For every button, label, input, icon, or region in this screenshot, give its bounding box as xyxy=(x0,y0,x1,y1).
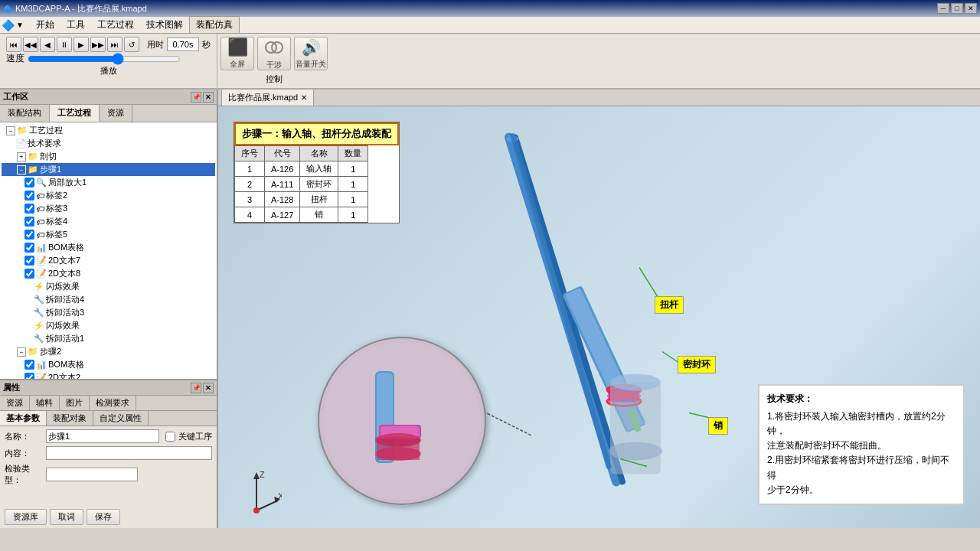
toolbar-area: ⏮ ◀◀ ◀ ⏸ ▶ ▶▶ ⏭ ↺ 用时 秒 速度 播放 ⬛ 全屏 xyxy=(0,34,980,90)
props-pin-icon[interactable]: 📌 xyxy=(191,383,201,393)
properties-panel: 属性 📌 ✕ 资源 辅料 图片 检测要求 基本参数 装配对象 自定义属性 名称： xyxy=(0,379,217,528)
menu-tools[interactable]: 工具 xyxy=(60,17,91,33)
tree-item-label2[interactable]: 🏷 标签2 xyxy=(2,189,215,202)
tree-checkbox-bom[interactable] xyxy=(24,243,34,253)
time-input[interactable] xyxy=(167,37,199,51)
tree-label: 拆卸活动3 xyxy=(46,307,84,318)
props-close-icon[interactable]: ✕ xyxy=(203,383,214,393)
workarea-close-icon[interactable]: ✕ xyxy=(203,92,214,103)
tree-item-text2[interactable]: 📝 2D文本2 xyxy=(2,371,215,379)
menu-assembly[interactable]: 装配仿真 xyxy=(189,16,240,34)
tree-item-flash1[interactable]: ⚡ 闪烁效果 xyxy=(2,280,215,293)
tree-checkbox-label4[interactable] xyxy=(24,217,34,227)
tree-item-disassemble1[interactable]: 🔧 拆卸活动1 xyxy=(2,332,215,345)
tree-checkbox-label3[interactable] xyxy=(24,204,34,214)
tab-image[interactable]: 图片 xyxy=(60,396,90,410)
tree-item-disassemble4[interactable]: 🔧 拆卸活动4 xyxy=(2,293,215,306)
tree-label: 拆卸活动4 xyxy=(46,294,84,305)
maximize-button[interactable]: □ xyxy=(951,3,963,14)
close-button[interactable]: ✕ xyxy=(965,3,977,14)
menu-techview[interactable]: 技术图解 xyxy=(140,17,189,33)
tree-item-text7[interactable]: 📝 2D文本7 xyxy=(2,254,215,267)
play-loop-btn[interactable]: ↺ xyxy=(124,37,139,52)
tree-item-cut[interactable]: + 📁 剖切 xyxy=(2,150,215,163)
tree-label: 标签3 xyxy=(46,203,67,214)
tree-item-bom[interactable]: 📊 BOM表格 xyxy=(2,241,215,254)
volume-button[interactable]: 🔊 音量开关 xyxy=(294,37,328,70)
tree-checkbox-text8[interactable] xyxy=(24,269,34,279)
tab-resources[interactable]: 资源 xyxy=(100,105,132,122)
svg-point-34 xyxy=(253,507,260,514)
tree-item-text8[interactable]: 📝 2D文本8 xyxy=(2,267,215,280)
play-prev-btn[interactable]: ◀ xyxy=(40,37,55,52)
time-unit: 秒 xyxy=(202,39,211,51)
tree-item-flash2[interactable]: ⚡ 闪烁效果 xyxy=(2,319,215,332)
interference-button[interactable]: 干涉 xyxy=(257,37,291,70)
tree-expand-root[interactable]: − xyxy=(6,126,15,135)
folder-icon: 📁 xyxy=(28,165,38,174)
tab-inspection[interactable]: 检测要求 xyxy=(90,396,136,410)
play-prev-prev-btn[interactable]: ◀◀ xyxy=(23,37,38,52)
tab-close-icon[interactable]: ✕ xyxy=(301,93,307,102)
tab-assembly-structure[interactable]: 装配结构 xyxy=(0,105,50,122)
minimize-button[interactable]: ─ xyxy=(937,3,949,14)
workarea-pin-icon[interactable]: 📌 xyxy=(191,92,201,103)
play-play-btn[interactable]: ▶ xyxy=(74,37,89,52)
tree-label: BOM表格 xyxy=(48,359,84,370)
tree-item-magnify[interactable]: 🔍 局部放大1 xyxy=(2,176,215,189)
svg-marker-31 xyxy=(253,472,260,479)
extract-word-button[interactable]: 取词 xyxy=(50,509,83,525)
resource-lib-button[interactable]: 资源库 xyxy=(5,509,47,525)
speed-slider[interactable] xyxy=(28,54,181,64)
speed-row: 速度 xyxy=(6,52,211,65)
tree-expand-step2[interactable]: − xyxy=(17,347,26,357)
tree-item-disassemble3[interactable]: 🔧 拆卸活动3 xyxy=(2,306,215,319)
play-end-btn[interactable]: ⏭ xyxy=(107,37,122,52)
key-process-checkbox[interactable] xyxy=(165,432,175,442)
menu-start[interactable]: 开始 xyxy=(30,17,60,33)
tree-label: 步骤2 xyxy=(40,346,61,357)
tree-item-label3[interactable]: 🏷 标签3 xyxy=(2,202,215,215)
tree-item-label5[interactable]: 🏷 标签5 xyxy=(2,228,215,241)
tree-checkbox-magnify[interactable] xyxy=(24,178,34,187)
tree-item-techrequire[interactable]: 📄 技术要求 xyxy=(2,137,215,150)
tag-icon: 🏷 xyxy=(36,230,44,240)
content-input[interactable] xyxy=(46,446,212,460)
tab-auxiliary[interactable]: 辅料 xyxy=(30,396,60,410)
tree-label: 标签4 xyxy=(46,216,67,227)
interference-label: 干涉 xyxy=(266,60,282,70)
name-input[interactable] xyxy=(46,429,159,443)
tree-item-root[interactable]: − 📁 工艺过程 xyxy=(2,124,215,137)
tree-checkbox-text2[interactable] xyxy=(24,373,34,379)
tree-item-step2[interactable]: − 📁 步骤2 xyxy=(2,345,215,358)
tree-item-bom2[interactable]: 📊 BOM表格 xyxy=(2,358,215,371)
key-process-label: 关键工序 xyxy=(178,431,212,442)
content-tab-file[interactable]: 比赛作品展.kmapd ✕ xyxy=(221,90,314,106)
tree-checkbox-bom2[interactable] xyxy=(24,360,34,370)
menu-process[interactable]: 工艺过程 xyxy=(91,17,140,33)
tab-resource[interactable]: 资源 xyxy=(0,396,30,410)
tech-req-line1: 1.将密封环装入输入轴密封槽内，放置约2分钟， xyxy=(767,409,956,439)
play-label: 播放 xyxy=(6,65,211,77)
tree-checkbox-text7[interactable] xyxy=(24,256,34,266)
tree-checkbox-label5[interactable] xyxy=(24,230,34,240)
tree-expand-step1[interactable]: − xyxy=(17,165,26,174)
tree-item-label4[interactable]: 🏷 标签4 xyxy=(2,215,215,228)
tab-custom-props[interactable]: 自定义属性 xyxy=(93,411,149,425)
tree-label: 闪烁效果 xyxy=(46,281,80,292)
play-pause-btn[interactable]: ⏸ xyxy=(57,37,72,52)
play-begin-btn[interactable]: ⏮ xyxy=(6,37,21,52)
tree-item-step1[interactable]: − 📁 步骤1 xyxy=(2,163,215,176)
save-button[interactable]: 保存 xyxy=(87,509,120,525)
tab-process[interactable]: 工艺过程 xyxy=(50,105,100,122)
type-input[interactable] xyxy=(46,468,138,481)
tab-assembly-target[interactable]: 装配对象 xyxy=(47,411,93,425)
play-next-next-btn[interactable]: ▶▶ xyxy=(90,37,106,52)
flash-icon: ⚡ xyxy=(34,321,44,331)
svg-rect-29 xyxy=(377,439,420,460)
fullscreen-button[interactable]: ⬛ 全屏 xyxy=(220,37,254,70)
tree-expand-cut[interactable]: + xyxy=(17,152,26,161)
text-icon: 📝 xyxy=(36,373,47,379)
tab-basic-params[interactable]: 基本参数 xyxy=(0,411,47,425)
tree-checkbox-label2[interactable] xyxy=(24,191,34,201)
